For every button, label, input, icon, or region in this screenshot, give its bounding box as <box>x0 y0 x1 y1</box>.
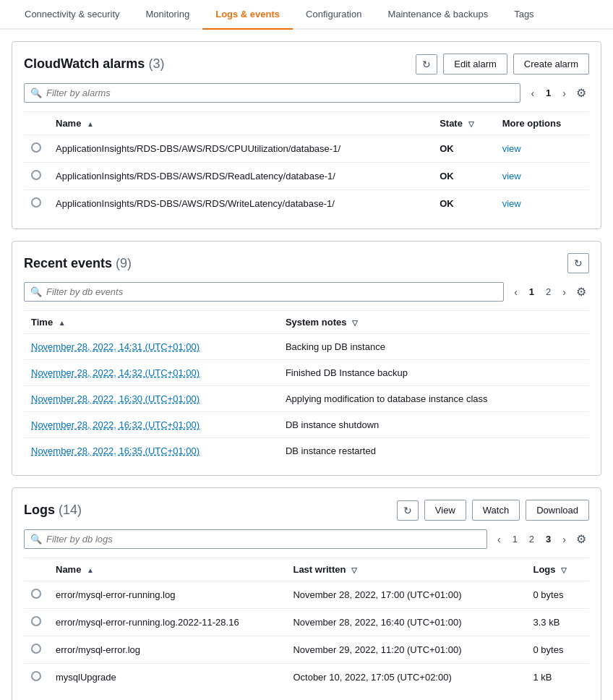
event-time-4[interactable]: November 28, 2022, 16:32 (UTC+01:00) <box>31 419 200 430</box>
recent-events-search-input[interactable] <box>46 286 497 297</box>
cloudwatch-count: (3) <box>148 56 164 71</box>
cloudwatch-page-1: 1 <box>541 86 555 100</box>
cloudwatch-search-row: 🔍 ‹ 1 › ⚙ <box>24 83 589 103</box>
notes-sort-icon: ▽ <box>352 319 358 327</box>
cloudwatch-search-bar[interactable]: 🔍 <box>24 83 520 103</box>
recent-events-search-bar[interactable]: 🔍 <box>24 282 504 302</box>
log-radio-1[interactable] <box>24 581 48 609</box>
table-row: error/mysql-error.log November 29, 2022,… <box>24 636 589 664</box>
cloudwatch-pagination: ‹ 1 › ⚙ <box>526 85 589 101</box>
create-alarm-button[interactable]: Create alarm <box>513 54 589 74</box>
table-row: mysqlUpgrade October 10, 2022, 17:05 (UT… <box>24 664 589 691</box>
log-radio-3[interactable] <box>24 636 48 664</box>
log-size-3: 0 bytes <box>526 636 589 664</box>
cloudwatch-alarms-section: CloudWatch alarms (3) ↻ Edit alarm Creat… <box>12 41 601 229</box>
search-icon: 🔍 <box>30 88 42 98</box>
name-sort-icon: ▲ <box>87 120 94 128</box>
event-time-3[interactable]: November 28, 2022, 16:30 (UTC+01:00) <box>31 393 200 404</box>
tab-maintenance[interactable]: Maintenance & backups <box>374 0 501 30</box>
logs-actions: ↻ View Watch Download <box>397 500 589 521</box>
alarm-radio-1[interactable] <box>24 135 48 163</box>
logs-col-last-written[interactable]: Last written ▽ <box>286 558 526 581</box>
tab-monitoring[interactable]: Monitoring <box>133 0 203 30</box>
cloudwatch-prev-page[interactable]: ‹ <box>526 85 539 101</box>
logs-next-page[interactable]: › <box>558 532 570 547</box>
alarm-radio-3[interactable] <box>24 190 48 218</box>
state-sort-icon: ▽ <box>468 120 474 128</box>
log-written-2: November 28, 2022, 16:40 (UTC+01:00) <box>286 609 526 636</box>
logs-settings-button[interactable]: ⚙ <box>573 531 589 547</box>
cloudwatch-col-state[interactable]: State ▽ <box>432 112 494 135</box>
events-settings-button[interactable]: ⚙ <box>573 283 589 300</box>
cloudwatch-actions: ↻ Edit alarm Create alarm <box>416 54 589 74</box>
events-col-notes[interactable]: System notes ▽ <box>278 311 589 334</box>
log-radio-4[interactable] <box>24 664 48 691</box>
recent-events-refresh-button[interactable]: ↻ <box>567 253 589 273</box>
time-sort-icon: ▲ <box>59 319 66 327</box>
log-radio-2[interactable] <box>24 609 48 636</box>
recent-events-header: Recent events (9) ↻ <box>24 253 589 273</box>
logs-page-1[interactable]: 1 <box>508 532 522 546</box>
tab-tags[interactable]: Tags <box>501 0 546 30</box>
event-note-2: Finished DB Instance backup <box>278 360 589 386</box>
events-page-2[interactable]: 2 <box>541 285 555 299</box>
tab-logs-events[interactable]: Logs & events <box>202 0 293 30</box>
cloudwatch-table: Name ▲ State ▽ More options ApplicationI… <box>24 111 589 217</box>
table-row: ApplicationInsights/RDS-DBS/AWS/RDS/CPUU… <box>24 135 589 163</box>
logs-page-3[interactable]: 3 <box>541 532 555 546</box>
cloudwatch-settings-button[interactable]: ⚙ <box>573 85 589 101</box>
top-tabs: Connectivity & security Monitoring Logs … <box>0 0 613 30</box>
alarm-state-3: OK <box>432 190 494 218</box>
alarm-view-2[interactable]: view <box>502 171 521 182</box>
alarm-radio-2[interactable] <box>24 163 48 190</box>
table-row: November 28, 2022, 16:32 (UTC+01:00) DB … <box>24 412 589 438</box>
log-written-sort-icon: ▽ <box>351 566 357 574</box>
log-written-4: October 10, 2022, 17:05 (UTC+02:00) <box>286 664 526 691</box>
logs-refresh-button[interactable]: ↻ <box>397 500 419 521</box>
log-written-1: November 28, 2022, 17:00 (UTC+01:00) <box>286 581 526 609</box>
log-name-3: error/mysql-error.log <box>48 636 286 664</box>
events-col-time[interactable]: Time ▲ <box>24 311 278 334</box>
cloudwatch-refresh-button[interactable]: ↻ <box>416 54 437 74</box>
recent-events-search-row: 🔍 ‹ 1 2 › ⚙ <box>24 282 589 302</box>
logs-pagination: ‹ 1 2 3 › ⚙ <box>493 531 589 547</box>
events-page-1[interactable]: 1 <box>525 285 539 299</box>
log-size-sort-icon: ▽ <box>561 566 567 574</box>
alarm-view-3[interactable]: view <box>502 198 521 209</box>
download-log-button[interactable]: Download <box>526 500 589 521</box>
event-note-1: Backing up DB instance <box>278 334 589 360</box>
cloudwatch-next-page[interactable]: › <box>558 85 570 101</box>
logs-table: Name ▲ Last written ▽ Logs ▽ error/mysql… <box>24 558 589 691</box>
cloudwatch-col-more-options: More options <box>495 112 589 135</box>
alarm-view-1[interactable]: view <box>502 143 521 154</box>
tab-configuration[interactable]: Configuration <box>293 0 374 30</box>
event-note-4: DB instance shutdown <box>278 412 589 438</box>
log-size-1: 0 bytes <box>526 581 589 609</box>
event-time-1[interactable]: November 28, 2022, 14:31 (UTC+01:00) <box>31 341 200 352</box>
logs-search-row: 🔍 ‹ 1 2 3 › ⚙ <box>24 529 589 549</box>
logs-prev-page[interactable]: ‹ <box>493 532 505 547</box>
table-row: November 28, 2022, 14:32 (UTC+01:00) Fin… <box>24 360 589 386</box>
cloudwatch-search-input[interactable] <box>46 88 514 98</box>
events-next-page[interactable]: › <box>558 284 570 300</box>
recent-events-title: Recent events (9) <box>24 256 132 271</box>
event-time-2[interactable]: November 28, 2022, 14:32 (UTC+01:00) <box>31 367 200 378</box>
edit-alarm-button[interactable]: Edit alarm <box>443 54 507 74</box>
logs-page-2[interactable]: 2 <box>525 532 539 546</box>
events-prev-page[interactable]: ‹ <box>510 284 522 300</box>
logs-search-bar[interactable]: 🔍 <box>24 529 487 549</box>
watch-log-button[interactable]: Watch <box>472 500 520 521</box>
logs-col-size[interactable]: Logs ▽ <box>526 558 589 581</box>
cloudwatch-col-name[interactable]: Name ▲ <box>48 112 432 135</box>
view-log-button[interactable]: View <box>424 500 466 521</box>
table-row: error/mysql-error-running.log November 2… <box>24 581 589 609</box>
cloudwatch-col-select <box>24 112 48 135</box>
alarm-state-1: OK <box>432 135 494 163</box>
logs-col-name[interactable]: Name ▲ <box>48 558 286 581</box>
event-time-5[interactable]: November 28, 2022, 16:35 (UTC+01:00) <box>31 445 200 456</box>
tab-connectivity[interactable]: Connectivity & security <box>12 0 133 30</box>
log-name-2: error/mysql-error-running.log.2022-11-28… <box>48 609 286 636</box>
logs-search-input[interactable] <box>46 534 481 545</box>
logs-section: Logs (14) ↻ View Watch Download 🔍 ‹ 1 2 … <box>12 487 601 700</box>
recent-events-pagination: ‹ 1 2 › ⚙ <box>510 283 589 300</box>
